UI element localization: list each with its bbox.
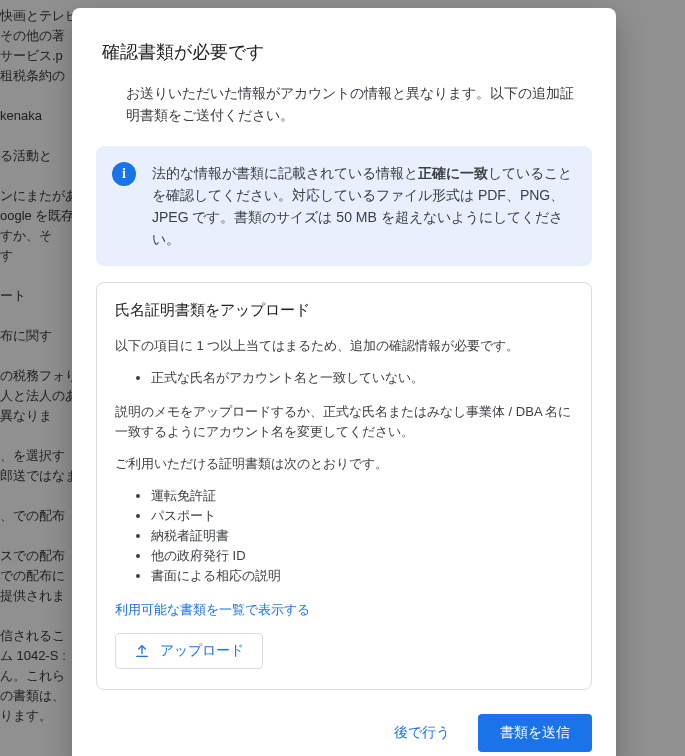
list-item: 正式な氏名がアカウント名と一致していない。 — [151, 368, 573, 388]
reason-list: 正式な氏名がアカウント名と一致していない。 — [115, 368, 573, 388]
submit-button[interactable]: 書類を送信 — [478, 714, 592, 752]
card-title: 氏名証明書類をアップロード — [115, 301, 573, 320]
info-box: i 法的な情報が書類に記載されている情報と正確に一致していることを確認してくださ… — [96, 146, 592, 266]
docs-list: 運転免許証パスポート納税者証明書他の政府発行 ID書面による相応の説明 — [115, 486, 573, 586]
card-docs-intro: ご利用いただける証明書類は次のとおりです。 — [115, 454, 573, 474]
upload-icon — [134, 643, 150, 659]
list-item: 運転免許証 — [151, 486, 573, 506]
upload-card: 氏名証明書類をアップロード 以下の項目に 1 つ以上当てはまるため、追加の確認情… — [96, 282, 592, 690]
card-reason-intro: 以下の項目に 1 つ以上当てはまるため、追加の確認情報が必要です。 — [115, 336, 573, 356]
upload-button[interactable]: アップロード — [115, 633, 263, 669]
later-button[interactable]: 後で行う — [376, 714, 468, 752]
list-item: 書面による相応の説明 — [151, 566, 573, 586]
info-icon: i — [112, 162, 136, 186]
dialog-description: お送りいただいた情報がアカウントの情報と異なります。以下の追加証明書類をご送付く… — [126, 82, 586, 126]
dialog-title: 確認書類が必要です — [102, 40, 592, 64]
show-all-docs-link[interactable]: 利用可能な書類を一覧で表示する — [115, 601, 310, 619]
list-item: 納税者証明書 — [151, 526, 573, 546]
list-item: パスポート — [151, 506, 573, 526]
info-text: 法的な情報が書類に記載されている情報と正確に一致していることを確認してください。… — [152, 162, 576, 250]
dialog-footer: 後で行う 書類を送信 — [96, 714, 592, 752]
verification-dialog: 確認書類が必要です お送りいただいた情報がアカウントの情報と異なります。以下の追… — [72, 8, 616, 756]
upload-button-label: アップロード — [160, 642, 244, 660]
card-instruction: 説明のメモをアップロードするか、正式な氏名またはみなし事業体 / DBA 名に一… — [115, 402, 573, 442]
list-item: 他の政府発行 ID — [151, 546, 573, 566]
